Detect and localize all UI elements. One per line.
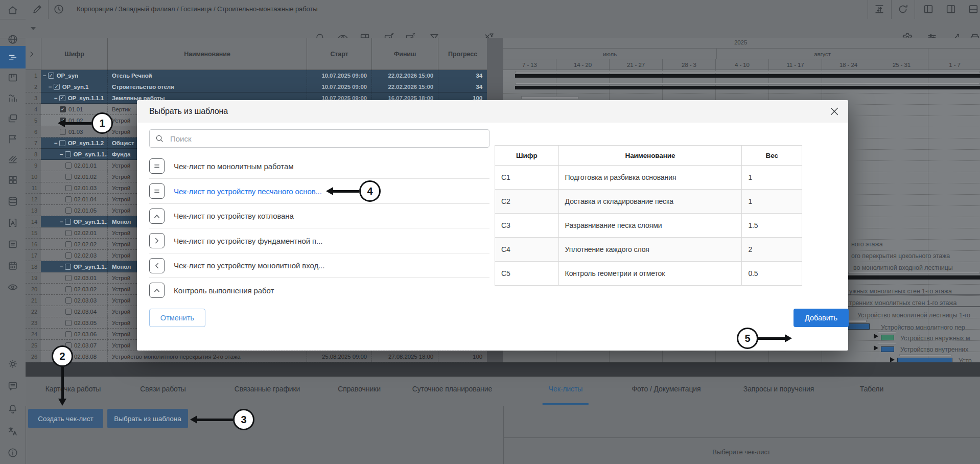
tab-item[interactable]: Карточка работы — [44, 385, 102, 393]
sidebar-globe-icon[interactable] — [7, 34, 18, 45]
sidebar-eye-icon[interactable] — [7, 282, 18, 293]
tab-active-item[interactable]: Чек-листы — [548, 385, 584, 393]
refresh-icon[interactable] — [897, 4, 908, 15]
row-checkbox[interactable] — [65, 286, 72, 292]
tab-item[interactable]: Справочники — [337, 385, 382, 393]
row-number: 14 — [26, 216, 41, 227]
collapse-toggle[interactable]: − — [54, 95, 58, 101]
row-checkbox[interactable] — [60, 129, 66, 135]
collapse-toggle[interactable]: − — [60, 264, 63, 270]
sidebar-notifications-icon[interactable] — [7, 403, 18, 414]
sidebar-gantt-view-icon[interactable] — [7, 52, 18, 63]
chevron-left-icon — [149, 258, 165, 273]
cancel-button[interactable]: Отменить — [149, 309, 205, 327]
row-checkbox[interactable] — [65, 151, 71, 157]
expand-all-icon[interactable] — [28, 50, 36, 58]
sidebar-documents-icon[interactable] — [7, 113, 18, 124]
row-number: 21 — [26, 295, 41, 306]
column-header-name[interactable]: Наименование — [107, 38, 307, 70]
tab-item[interactable]: Связи работы — [139, 385, 186, 393]
template-list-item[interactable]: Чек-лист по устройству песчаного основ..… — [149, 178, 489, 203]
row-checkbox[interactable] — [65, 163, 72, 169]
close-icon[interactable] — [829, 106, 840, 117]
collapse-toggle[interactable]: − — [60, 219, 63, 225]
table-row[interactable]: −✓OP_synОтель Речной10.07.2025 09:0022.0… — [41, 70, 487, 81]
collapse-toggle[interactable]: − — [60, 151, 63, 157]
column-header-code[interactable]: Шифр — [41, 38, 107, 70]
sidebar-kanban-icon[interactable] — [7, 72, 18, 83]
layout-split-horizontal-icon[interactable] — [968, 4, 979, 15]
row-checkbox[interactable]: ✓ — [60, 106, 66, 112]
layout-split-left-icon[interactable] — [923, 4, 934, 15]
sidebar-text-style-icon[interactable] — [7, 217, 18, 228]
row-number: 25 — [26, 340, 41, 351]
add-button[interactable]: Добавить — [794, 309, 849, 327]
divider — [503, 406, 504, 464]
tab-item[interactable]: Запросы и поручения — [742, 385, 815, 393]
select-from-template-button[interactable]: Выбрать из шаблона — [107, 409, 188, 428]
layout-split-right-icon[interactable] — [945, 4, 956, 15]
column-header-progress[interactable]: Прогресс — [438, 38, 487, 70]
gantt-week-band: 7 - 1314 - 2021 - 2728 - 34 - 1011 - 171… — [503, 59, 980, 70]
row-checkbox[interactable] — [65, 174, 72, 180]
table-row[interactable]: 02.03.08Устройство монолитного перекрыти… — [41, 351, 487, 362]
template-list-item[interactable]: Чек-лист по устройству котлована — [149, 203, 489, 228]
collapse-toggle[interactable]: − — [54, 140, 58, 146]
row-checkbox[interactable] — [65, 275, 72, 281]
row-checkbox[interactable] — [65, 331, 72, 337]
template-list-item[interactable]: Чек-лист по устройству монолитной вход..… — [149, 253, 489, 278]
sidebar-home-icon[interactable] — [7, 5, 18, 16]
row-checkbox[interactable]: ✓ — [59, 95, 65, 101]
row-checkbox[interactable]: ✓ — [54, 84, 60, 90]
row-checkbox[interactable] — [65, 264, 71, 270]
tab-item[interactable]: Табели — [859, 385, 884, 393]
gantt-link-arrow — [890, 357, 895, 362]
sidebar-chart-icon[interactable] — [7, 92, 18, 104]
template-search-input[interactable] — [169, 134, 484, 144]
column-header-finish[interactable]: Финиш — [371, 38, 438, 70]
table-row[interactable]: −✓OP_syn.1Строительство отеля10.07.2025 … — [41, 81, 487, 92]
annotation-arrow-head — [785, 334, 792, 342]
row-checkbox[interactable] — [65, 196, 72, 202]
row-checkbox[interactable] — [65, 252, 72, 259]
tab-item[interactable]: Фото / Документация — [631, 385, 702, 393]
template-list-item[interactable]: Чек-лист по монолитным работам — [149, 154, 489, 178]
tab-item[interactable]: Связанные графики — [234, 385, 301, 393]
template-list-item[interactable]: Чек-лист по устройству фундаментной п... — [149, 228, 489, 253]
sidebar-calendar-icon[interactable] — [7, 260, 18, 271]
history-icon[interactable] — [53, 4, 64, 15]
sidebar-translate-icon[interactable] — [7, 426, 18, 437]
create-checklist-button[interactable]: Создать чек-лист — [28, 409, 103, 428]
row-checkbox[interactable] — [65, 309, 72, 315]
item-name: Доставка и складирование песка — [558, 190, 742, 213]
sidebar-hatch-icon[interactable] — [7, 154, 18, 165]
sidebar-grid-icon[interactable] — [7, 174, 18, 185]
collapse-toggle[interactable]: − — [43, 73, 46, 79]
horizontal-scrollbar[interactable] — [26, 362, 980, 377]
collapse-toggle[interactable]: − — [49, 84, 52, 90]
row-checkbox[interactable] — [65, 241, 72, 247]
work-code: 02.01.02 — [74, 174, 97, 180]
tab-item[interactable]: Суточное планирование — [411, 385, 493, 393]
row-number: 8 — [26, 149, 41, 160]
collapse-columns-icon[interactable] — [874, 4, 885, 15]
row-checkbox[interactable] — [65, 320, 72, 326]
sidebar-notes-icon[interactable] — [7, 239, 18, 250]
sidebar-comments-icon[interactable] — [7, 381, 18, 392]
sidebar-theme-icon[interactable] — [7, 358, 18, 369]
row-checkbox[interactable] — [65, 297, 72, 304]
row-checkbox[interactable] — [65, 230, 72, 236]
chevron-up-icon — [149, 208, 165, 224]
sidebar-flag-icon[interactable] — [7, 133, 18, 145]
sidebar-info-icon[interactable] — [7, 447, 18, 458]
row-checkbox[interactable] — [65, 207, 72, 214]
row-checkbox[interactable] — [65, 185, 72, 191]
edit-icon[interactable] — [32, 4, 43, 15]
row-checkbox[interactable] — [65, 219, 71, 225]
sidebar-database-icon[interactable] — [7, 196, 18, 207]
row-checkbox[interactable]: ✓ — [48, 73, 54, 79]
gantt-week-label: 14 - 20 — [556, 59, 609, 70]
row-checkbox[interactable] — [59, 140, 65, 146]
column-header-start[interactable]: Старт — [307, 38, 371, 70]
template-list-item[interactable]: Контроль выполнения работ — [149, 277, 489, 303]
